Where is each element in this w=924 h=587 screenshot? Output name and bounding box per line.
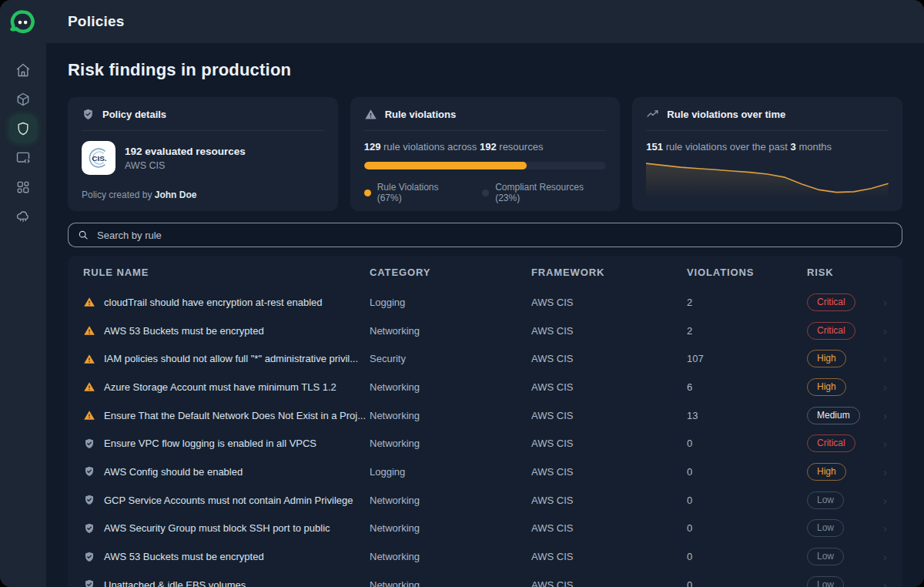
rule-violations-dot-icon <box>364 190 371 196</box>
evaluated-resources: 192 evaluated resources <box>125 146 246 157</box>
chevron-right-icon[interactable]: › <box>875 352 887 365</box>
chevron-right-icon[interactable]: › <box>875 550 887 563</box>
violations-cell: 0 <box>687 495 807 506</box>
risk-badge: Low <box>807 548 844 565</box>
category-cell: Networking <box>370 381 531 393</box>
risk-badge: Critical <box>807 322 855 340</box>
search-icon <box>78 230 89 240</box>
search-bar <box>68 223 902 247</box>
col-risk: RISK <box>807 267 875 278</box>
sidebar-item-home[interactable] <box>9 56 37 84</box>
warning-triangle-icon <box>364 108 377 121</box>
violations-cell: 13 <box>687 410 807 421</box>
sidebar-nav <box>9 56 37 230</box>
search-input[interactable] <box>95 229 892 242</box>
home-icon <box>15 62 31 78</box>
category-cell: Logging <box>370 466 531 478</box>
table-row[interactable]: cloudTrail should have encryption at-res… <box>83 288 887 317</box>
cube-icon <box>15 92 31 107</box>
rule-name: Ensure That the Default Network Does Not… <box>104 410 366 421</box>
chevron-right-icon[interactable]: › <box>875 409 887 422</box>
card-title: Rule violations <box>385 109 456 120</box>
shield-check-icon <box>83 465 95 478</box>
chevron-right-icon[interactable]: › <box>875 324 887 337</box>
chevron-right-icon[interactable]: › <box>875 296 887 309</box>
rule-name: cloudTrail should have encryption at-res… <box>104 297 323 308</box>
table-row[interactable]: Ensure That the Default Network Does Not… <box>83 401 887 430</box>
col-framework: FRAMEWORK <box>531 267 687 278</box>
warning-icon <box>83 324 95 337</box>
violations-cell: 0 <box>687 522 807 534</box>
violations-cell: 0 <box>687 438 807 449</box>
framework-cell: AWS CIS <box>531 551 687 562</box>
category-cell: Networking <box>370 522 531 534</box>
shield-check-icon <box>83 522 95 535</box>
apps-grid-icon <box>15 179 31 195</box>
violations-legend: Rule Violations (67%) Compliant Resource… <box>364 182 607 203</box>
violations-over-time-card: Rule violations over time 151 rule viola… <box>632 97 902 211</box>
sidebar-item-code[interactable] <box>9 144 37 172</box>
table-row[interactable]: IAM policies should not allow full "*" a… <box>83 344 887 373</box>
rule-name: IAM policies should not allow full "*" a… <box>104 353 358 364</box>
chevron-right-icon[interactable]: › <box>875 465 887 478</box>
risk-badge: Low <box>807 576 844 587</box>
warning-icon <box>83 296 95 308</box>
rule-violations-card: Rule violations 129 rule violations acro… <box>350 97 621 211</box>
category-cell: Networking <box>370 551 531 562</box>
col-violations: VIOLATIONS <box>687 267 807 278</box>
legend-label: Rule Violations (67%) <box>377 182 463 203</box>
summary-cards: Policy details CIS. <box>68 97 902 211</box>
table-row[interactable]: AWS 53 Buckets must be encrypted Network… <box>83 317 887 345</box>
risk-badge: Medium <box>807 407 860 424</box>
table-row[interactable]: GCP Service Accounts must not contain Ad… <box>83 486 887 515</box>
shield-check-icon <box>82 108 95 121</box>
warning-icon <box>83 381 95 393</box>
sidebar-item-apps[interactable] <box>9 173 37 201</box>
risk-badge: High <box>807 350 846 367</box>
orca-logo-icon <box>8 8 38 38</box>
sidebar <box>0 0 46 587</box>
rule-name: Ensure VPC flow logging is enabled in al… <box>104 438 316 449</box>
top-bar: Policies <box>46 0 924 43</box>
risk-badge: Low <box>807 519 844 537</box>
category-cell: Networking <box>370 495 531 506</box>
category-cell: Networking <box>370 579 531 587</box>
category-cell: Logging <box>370 297 531 308</box>
chevron-right-icon[interactable]: › <box>875 579 887 587</box>
card-title: Policy details <box>102 109 166 120</box>
violations-cell: 0 <box>687 551 807 562</box>
policy-created-by: Policy created by John Doe <box>82 190 324 200</box>
category-cell: Networking <box>370 325 531 337</box>
trend-line-icon <box>646 108 659 121</box>
sidebar-item-cloud[interactable] <box>9 203 37 230</box>
risk-badge: High <box>807 378 846 396</box>
violations-sparkline-chart <box>646 160 889 199</box>
table-row[interactable]: Ensure VPC flow logging is enabled in al… <box>83 429 887 458</box>
violations-cell: 107 <box>687 353 807 364</box>
chevron-right-icon[interactable]: › <box>875 494 887 507</box>
table-row[interactable]: AWS Security Group must block SSH port t… <box>83 515 887 543</box>
table-row[interactable]: AWS 53 Buckets must be encrypted Network… <box>83 542 887 571</box>
framework-cell: AWS CIS <box>531 325 687 337</box>
shield-check-icon <box>83 438 95 450</box>
table-row[interactable]: AWS Config should be enabled Logging AWS… <box>83 458 887 486</box>
category-cell: Security <box>370 353 531 364</box>
violations-cell: 2 <box>687 297 807 308</box>
chevron-right-icon[interactable]: › <box>875 522 887 535</box>
chevron-right-icon[interactable]: › <box>875 381 887 394</box>
app-window: Policies Risk findings in production Pol… <box>0 0 924 587</box>
col-category: CATEGORY <box>370 267 531 278</box>
framework-cell: AWS CIS <box>531 438 687 449</box>
warning-icon <box>83 409 95 421</box>
table-row[interactable]: Azure Storage Account must have minimum … <box>83 373 887 401</box>
sidebar-item-assets[interactable] <box>9 86 37 113</box>
sidebar-item-policies[interactable] <box>9 115 37 143</box>
legend-label: Compliant Resources (23%) <box>495 182 606 203</box>
table-row[interactable]: Unattached & idle EBS volumes Networking… <box>83 571 887 587</box>
rule-name: AWS 53 Buckets must be encrypted <box>104 551 264 562</box>
shield-icon <box>15 121 31 136</box>
rule-name: Azure Storage Account must have minimum … <box>104 381 336 393</box>
content-area: Risk findings in production Policy detai… <box>46 43 924 587</box>
chevron-right-icon[interactable]: › <box>875 437 887 450</box>
cloud-icon <box>15 209 31 224</box>
